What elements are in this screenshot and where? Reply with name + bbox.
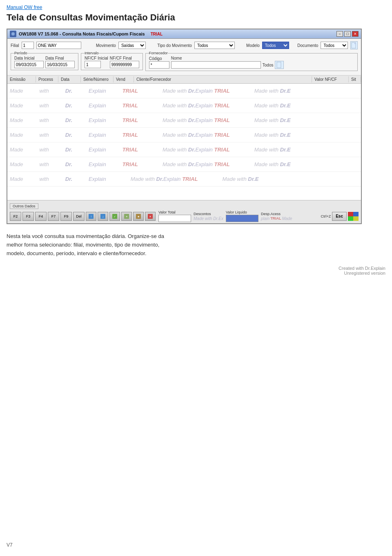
window-icon [10, 31, 16, 37]
codigo-input[interactable] [149, 61, 169, 69]
file-icon[interactable] [350, 41, 358, 49]
page-title: Tela de Consultas Movimentação Diária [7, 12, 385, 23]
col-header-valor[interactable]: Valor NF/CF [312, 76, 349, 82]
table-row[interactable]: MadewithDr.ExplainTRIAL Made with Dr.Exp… [7, 142, 361, 157]
form-row-1: Filial Movimento Saídas Entradas Tipo do… [11, 41, 358, 49]
watermark-text-6: MadewithDr.ExplainTRIAL Made with Dr.Exp… [10, 161, 359, 167]
svg-text:✕: ✕ [149, 215, 151, 218]
intervalo-fieldset: Intervalo NF/CF Inicial NF/CF Final [81, 51, 143, 70]
nome-input[interactable] [171, 61, 261, 69]
icon-btn-6[interactable]: ✕ [145, 212, 156, 221]
icon-btn-4[interactable]: ≡ [121, 212, 132, 221]
created-with-label: Created with Dr.Explain [339, 266, 385, 271]
desc-line1: Nesta tela você consulta sua movimentaçã… [7, 233, 164, 239]
icon-btn-3[interactable]: ✓ [109, 212, 120, 221]
data-inicial-input[interactable] [14, 61, 44, 68]
nf-final-label: NF/CF Final [110, 56, 139, 60]
data-final-label: Data Final [45, 56, 75, 60]
valor-total-group: Valor Total [158, 210, 191, 222]
valor-liquido-input[interactable] [226, 215, 258, 222]
svg-rect-17 [353, 212, 359, 216]
col-header-serie[interactable]: Série/Número [81, 76, 114, 82]
modelo-select[interactable]: Todos [262, 42, 289, 49]
nf-final-input[interactable] [110, 61, 139, 68]
watermark-text-5: MadewithDr.ExplainTRIAL Made with Dr.Exp… [10, 147, 359, 153]
fornecedor-fieldset: Fornecedor Código Nome Todos [145, 51, 358, 71]
svg-rect-19 [353, 216, 359, 221]
periodo-fieldset: Período Data Inicial Data Final [11, 51, 78, 70]
descontos-group: Descontos Made with Dr.Ex [194, 212, 223, 221]
svg-text:↓: ↓ [102, 215, 104, 218]
tipo-label: Tipo do Movimento [157, 43, 192, 48]
form-row-2: Período Data Inicial Data Final Interval… [11, 51, 358, 71]
valor-total-input[interactable] [158, 215, 191, 222]
manual-link[interactable]: Manual OW free [7, 4, 42, 10]
desc-line2: melhor forma selecionando: filial, movim… [7, 242, 159, 248]
f3-button[interactable]: F3 [22, 212, 34, 221]
svg-text:★: ★ [137, 215, 140, 218]
table-row[interactable]: MadewithDr.ExplainTRIAL Made with Dr.Exp… [7, 157, 361, 172]
nf-inicial-input[interactable] [85, 61, 101, 68]
outros-dados-label: Outros Dados [13, 204, 36, 208]
svg-text:✓: ✓ [114, 215, 116, 218]
f2-button[interactable]: F2 [10, 212, 21, 221]
main-window: OW1808 V7 15.068 - Consulta Notas Fiscai… [7, 29, 362, 224]
form-area: Filial Movimento Saídas Entradas Tipo do… [7, 39, 361, 76]
icon-btn-5[interactable]: ★ [133, 212, 144, 221]
data-final-input[interactable] [45, 61, 75, 68]
svg-point-0 [11, 32, 15, 36]
todos-label: Todos [263, 63, 274, 67]
icon-btn-1[interactable]: ↑ [86, 212, 96, 221]
desc-line3: modelo, documento, período, intervalo e … [7, 250, 147, 256]
table-row[interactable]: MadewithDr.ExplainTRIAL Made with Dr.Exp… [7, 113, 361, 128]
col-header-cliente[interactable]: Cliente/Fornecedor [134, 76, 312, 82]
table-row[interactable]: MadewithDr.ExplainTRIAL Made with Dr.Exp… [7, 128, 361, 142]
tipo-select[interactable]: Todos [194, 42, 235, 49]
page-header: Manual OW free Tela de Consultas Movimen… [0, 0, 392, 29]
del-button[interactable]: Del [73, 212, 85, 221]
nome-label: Nome [171, 56, 354, 60]
table-row[interactable]: MadewithDr.ExplainTRIAL Made with Dr.Exp… [7, 98, 361, 113]
movimento-label: Movimento [96, 43, 116, 48]
esc-button[interactable]: Esc [332, 212, 347, 221]
valor-liquido-label: Valor Liquido [226, 210, 258, 214]
data-table-area: Emissão Process Data Série/Número Vend C… [7, 76, 361, 200]
descontos-label: Descontos [194, 212, 223, 216]
filial-num-input[interactable] [22, 42, 34, 49]
maximize-button[interactable]: □ [344, 31, 351, 37]
data-inicial-label: Data Inicial [14, 56, 44, 60]
svg-rect-18 [348, 216, 353, 221]
description-area: Nesta tela você consulta sua movimentaçã… [0, 224, 392, 262]
bottom-inputs-area: Valor Total Descontos Made with Dr.Ex Va… [158, 210, 318, 222]
fornecedor-file-icon[interactable] [275, 61, 284, 69]
col-header-data[interactable]: Data [58, 76, 81, 82]
icon-btn-2[interactable]: ↓ [98, 212, 108, 221]
nf-inicial-label: NF/CF Inicial [85, 56, 108, 60]
trial-badge: TRIAL [151, 32, 163, 36]
table-row[interactable]: MadewithDr.ExplainTRIAL Made with Dr.Exp… [7, 84, 361, 98]
valor-liquido-group: Valor Liquido [226, 210, 258, 222]
intervalo-legend: Intervalo [85, 51, 99, 55]
col-header-sit[interactable]: Sit [349, 76, 361, 82]
svg-rect-16 [348, 212, 353, 216]
f4-button[interactable]: F4 [35, 212, 47, 221]
minimize-button[interactable]: − [336, 31, 343, 37]
svg-text:≡: ≡ [126, 215, 127, 218]
modelo-label: Modelo [246, 43, 260, 48]
f7-button[interactable]: F7 [48, 212, 59, 221]
unregistered-label: Unregistered version [344, 271, 386, 276]
valor-total-label: Valor Total [158, 210, 191, 214]
col-header-process[interactable]: Process [36, 76, 58, 82]
movimento-select[interactable]: Saídas Entradas [118, 42, 146, 49]
documento-select[interactable]: Todos [321, 42, 347, 49]
table-row[interactable]: MadewithDr.Explain Made with Dr.Explain … [7, 172, 361, 187]
f9-button[interactable]: F9 [60, 212, 72, 221]
table-header-row: Emissão Process Data Série/Número Vend C… [7, 76, 361, 84]
colorful-icon[interactable] [348, 212, 359, 221]
col-header-emissao[interactable]: Emissão [7, 76, 36, 82]
filial-name-input[interactable] [36, 42, 81, 49]
data-rows-container: MadewithDr.ExplainTRIAL Made with Dr.Exp… [7, 84, 361, 200]
description-text: Nesta tela você consulta sua movimentaçã… [7, 232, 385, 258]
col-header-vend[interactable]: Vend [114, 76, 134, 82]
close-button[interactable]: ✕ [352, 31, 359, 37]
